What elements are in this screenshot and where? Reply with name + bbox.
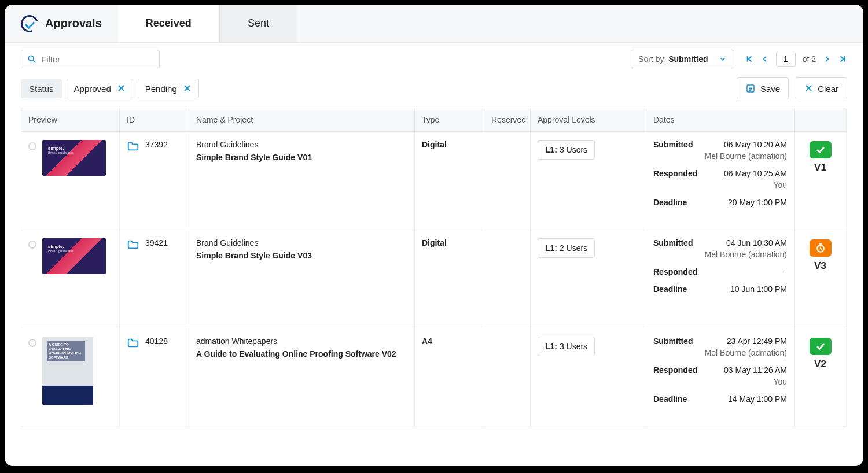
cell-levels: L1: 2 Users: [531, 230, 646, 328]
chip-pending-remove-icon[interactable]: ✕: [183, 83, 192, 94]
chip-approved-label: Approved: [74, 84, 111, 94]
submitted-label: Submitted: [653, 140, 693, 149]
table-row[interactable]: 37392Brand GuidelinesSimple Brand Style …: [21, 132, 847, 230]
clear-button[interactable]: ✕ Clear: [796, 77, 847, 99]
cell-name-project: admation WhitepapersA Guide to Evaluatin…: [189, 328, 415, 427]
chip-left: Status Approved ✕ Pending ✕: [21, 79, 199, 98]
cell-version: V3: [795, 230, 847, 328]
submitted-value: 23 Apr 12:49 PM: [727, 337, 787, 346]
approval-level-chip[interactable]: L1: 2 Users: [538, 238, 595, 258]
chip-approved[interactable]: Approved ✕: [67, 79, 133, 98]
cell-reserved: [484, 328, 531, 427]
col-version: [795, 108, 847, 132]
cell-name-project: Brand GuidelinesSimple Brand Style Guide…: [189, 132, 415, 230]
tab-received[interactable]: Received: [118, 5, 220, 42]
filter-input[interactable]: [41, 54, 153, 64]
tabs: Received Sent: [118, 5, 297, 42]
pager-last-button[interactable]: [838, 54, 847, 64]
col-reserved: Reserved: [484, 108, 531, 132]
chip-pending[interactable]: Pending ✕: [138, 79, 199, 98]
search-icon: [27, 54, 36, 64]
toolbar: Sort by: Submitted of 2: [5, 43, 863, 72]
row-id: 37392: [145, 140, 168, 149]
cell-preview: [21, 132, 120, 230]
preview-thumbnail[interactable]: [42, 337, 93, 405]
responded-value: -: [784, 267, 787, 276]
version-label: V1: [801, 162, 839, 173]
pager-page-input[interactable]: [776, 51, 796, 67]
col-dates: Dates: [646, 108, 795, 132]
cell-id: 40128: [120, 328, 189, 427]
cell-type: A4: [415, 328, 484, 427]
page-title-block: Approvals: [5, 5, 118, 42]
page-title: Approvals: [45, 17, 102, 30]
chevron-down-icon: [719, 55, 727, 63]
status-approved-icon: [810, 141, 832, 158]
approval-level-chip[interactable]: L1: 3 Users: [538, 337, 595, 356]
save-button[interactable]: Save: [737, 77, 789, 99]
row-name: A Guide to Evaluating Online Proofing So…: [196, 349, 407, 359]
tab-sent[interactable]: Sent: [220, 5, 297, 42]
row-type: A4: [422, 337, 432, 346]
sort-label: Sort by:: [638, 54, 666, 64]
cell-preview: [21, 328, 120, 427]
table-row[interactable]: 40128admation WhitepapersA Guide to Eval…: [21, 328, 847, 427]
cell-dates: Submitted04 Jun 10:30 AMMel Bourne (adma…: [646, 230, 795, 328]
table-header: Preview ID Name & Project Type Reserved …: [21, 108, 847, 132]
submitted-label: Submitted: [653, 238, 693, 247]
preview-thumbnail[interactable]: [42, 238, 106, 274]
responded-value: 03 May 11:26 AM: [724, 365, 787, 375]
submitted-by: Mel Bourne (admation): [653, 250, 787, 259]
pager-prev-button[interactable]: [761, 55, 769, 63]
folder-icon[interactable]: [127, 238, 139, 251]
preview-thumbnail[interactable]: [42, 140, 106, 176]
cell-type: Digital: [415, 132, 484, 230]
save-icon: [745, 83, 756, 94]
version-label: V3: [801, 260, 839, 272]
cell-dates: Submitted06 May 10:20 AMMel Bourne (adma…: [646, 132, 795, 230]
row-project: Brand Guidelines: [196, 140, 407, 149]
responded-by: You: [653, 377, 787, 386]
filter-box[interactable]: [21, 50, 160, 68]
pager-next-button[interactable]: [823, 55, 831, 63]
row-id: 39421: [145, 238, 168, 247]
cell-id: 37392: [120, 132, 189, 230]
pager-first-button[interactable]: [745, 54, 754, 64]
table-row[interactable]: 39421Brand GuidelinesSimple Brand Style …: [21, 230, 847, 328]
cell-levels: L1: 3 Users: [531, 132, 646, 230]
deadline-label: Deadline: [653, 198, 687, 207]
cell-preview: [21, 230, 120, 328]
approvals-table: Preview ID Name & Project Type Reserved …: [21, 108, 847, 427]
folder-icon[interactable]: [127, 140, 139, 153]
status-pending-icon: [810, 239, 832, 257]
submitted-value: 06 May 10:20 AM: [724, 140, 787, 149]
row-id: 40128: [145, 337, 168, 346]
approval-level-chip[interactable]: L1: 3 Users: [538, 140, 595, 160]
version-label: V2: [801, 359, 839, 370]
cell-reserved: [484, 132, 531, 230]
clear-icon: ✕: [804, 82, 813, 95]
save-button-label: Save: [760, 84, 780, 94]
sort-value: Submitted: [668, 54, 708, 64]
cell-dates: Submitted23 Apr 12:49 PMMel Bourne (adma…: [646, 328, 795, 427]
clear-button-label: Clear: [818, 84, 838, 94]
cell-version: V1: [795, 132, 847, 230]
row-name: Simple Brand Style Guide V03: [196, 251, 407, 260]
col-preview: Preview: [21, 108, 120, 132]
row-status-dot-icon: [28, 339, 36, 347]
app-window: Approvals Received Sent Sort by: Submitt…: [5, 5, 863, 466]
cell-id: 39421: [120, 230, 189, 328]
col-name-project: Name & Project: [189, 108, 415, 132]
svg-line-10: [821, 249, 822, 250]
col-levels: Approval Levels: [531, 108, 646, 132]
folder-icon[interactable]: [127, 337, 139, 349]
deadline-value: 10 Jun 1:00 PM: [730, 284, 787, 294]
row-type: Digital: [422, 238, 447, 247]
submitted-value: 04 Jun 10:30 AM: [726, 238, 787, 247]
sort-select[interactable]: Sort by: Submitted: [631, 50, 734, 68]
chip-approved-remove-icon[interactable]: ✕: [117, 83, 126, 94]
row-project: Brand Guidelines: [196, 238, 407, 247]
toolbar-right: Sort by: Submitted of 2: [631, 50, 847, 68]
deadline-value: 14 May 1:00 PM: [728, 394, 787, 404]
deadline-value: 20 May 1:00 PM: [728, 198, 787, 207]
